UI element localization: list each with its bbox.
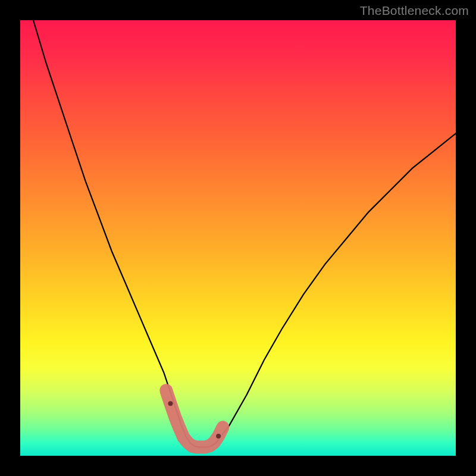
chart-frame: TheBottleneck.com xyxy=(0,0,476,476)
highlight-markers xyxy=(166,390,223,447)
watermark-text: TheBottleneck.com xyxy=(360,4,469,18)
highlight-dot xyxy=(168,401,173,406)
bottleneck-curve xyxy=(20,0,456,447)
curve-svg xyxy=(20,20,456,456)
highlight-path xyxy=(166,390,223,447)
highlight-dot xyxy=(216,434,221,439)
plot-area xyxy=(20,20,456,456)
